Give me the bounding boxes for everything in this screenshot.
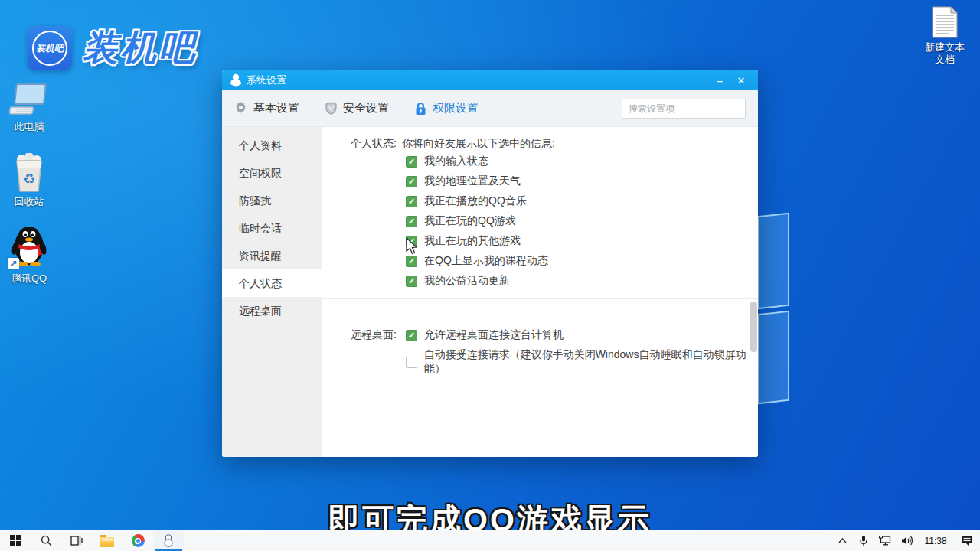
file-explorer-button[interactable] xyxy=(92,530,122,551)
section-divider xyxy=(322,298,758,299)
option-label: 我正在玩的QQ游戏 xyxy=(424,214,516,228)
chrome-icon xyxy=(132,534,145,547)
tab-basic-settings[interactable]: 基本设置 xyxy=(234,101,299,116)
tab-label: 安全设置 xyxy=(343,101,389,116)
minimize-button[interactable]: – xyxy=(709,72,730,89)
network-icon xyxy=(879,536,891,546)
remote-desktop-label: 远程桌面: xyxy=(351,328,397,342)
personal-status-label: 个人状态: xyxy=(351,137,397,151)
tab-label: 基本设置 xyxy=(253,101,299,116)
taskbar-clock[interactable]: 11:38 xyxy=(917,530,954,551)
option-qq-games: 我正在玩的QQ游戏 xyxy=(406,214,516,228)
brand-badge-ring: 装机吧 xyxy=(32,31,67,66)
windows-start-icon xyxy=(10,535,21,546)
option-typing-status: 我的输入状态 xyxy=(406,155,488,168)
checkbox-checked[interactable] xyxy=(406,330,417,341)
option-label: 我的公益活动更新 xyxy=(424,274,510,288)
settings-search-input[interactable] xyxy=(629,103,747,114)
desktop-icon-label: 此电脑 xyxy=(15,121,44,133)
sidebar-item-remote-desktop[interactable]: 远程桌面 xyxy=(222,297,322,324)
brand-badge-text: 装机吧 xyxy=(36,42,64,55)
brand-badge-icon: 装机吧 xyxy=(28,26,72,70)
checkbox-checked[interactable] xyxy=(406,196,417,207)
taskbar-search-button[interactable] xyxy=(31,530,61,551)
close-button[interactable]: ✕ xyxy=(730,72,752,89)
checkbox-checked[interactable] xyxy=(406,276,417,287)
sidebar-item-news-alerts[interactable]: 资讯提醒 xyxy=(222,242,322,269)
desktop-icon-label: 腾讯QQ xyxy=(11,272,47,285)
desktop-icon-label: 回收站 xyxy=(15,196,44,208)
checkbox-checked[interactable] xyxy=(406,216,417,227)
option-location-weather: 我的地理位置及天气 xyxy=(406,174,521,188)
tray-chevron-button[interactable] xyxy=(831,530,853,551)
desktop-icon-tencent-qq[interactable]: ↗ 腾讯QQ xyxy=(0,223,58,285)
sidebar-item-space-permissions[interactable]: 空间权限 xyxy=(222,159,322,187)
option-qq-music: 我正在播放的QQ音乐 xyxy=(406,194,527,208)
desktop-icon-this-pc[interactable]: 此电脑 xyxy=(0,83,58,133)
gear-icon xyxy=(234,102,247,115)
scrollbar-thumb[interactable] xyxy=(750,302,757,352)
chrome-button[interactable] xyxy=(122,530,153,551)
tray-volume-button[interactable] xyxy=(896,530,917,551)
file-explorer-icon xyxy=(100,537,114,547)
sidebar-item-anti-harassment[interactable]: 防骚扰 xyxy=(222,187,322,214)
personal-status-description: 你将向好友展示以下选中的信息: xyxy=(402,137,555,151)
option-label: 我正在玩的其他游戏 xyxy=(424,234,521,248)
settings-tabbar: 基本设置 安全设置 权限设置 xyxy=(222,90,758,127)
sidebar-item-temp-session[interactable]: 临时会话 xyxy=(222,214,322,242)
qq-taskbar-button[interactable] xyxy=(153,530,184,551)
task-view-button[interactable] xyxy=(61,530,92,551)
brand-logo-text: 装机吧 xyxy=(83,24,198,72)
recycle-bin-icon: ♻ xyxy=(11,153,47,193)
option-auto-accept-connection: 自动接受连接请求（建议你手动关闭Windows自动睡眠和自动锁屏功能） xyxy=(406,348,758,376)
option-label: 我的输入状态 xyxy=(424,155,488,168)
option-label: 在QQ上显示我的课程动态 xyxy=(424,254,548,268)
option-allow-remote-desktop: 允许远程桌面连接这台计算机 xyxy=(406,328,564,342)
qq-penguin-icon: ↗ xyxy=(9,223,49,269)
search-icon xyxy=(41,535,52,546)
speaker-icon xyxy=(901,536,913,546)
checkbox-checked[interactable] xyxy=(406,176,417,187)
shield-icon xyxy=(325,102,337,115)
action-center-icon xyxy=(961,535,973,546)
checkbox-checked[interactable] xyxy=(406,256,417,267)
option-label: 我正在播放的QQ音乐 xyxy=(424,194,527,208)
tray-network-button[interactable] xyxy=(874,530,896,551)
chevron-up-icon xyxy=(838,538,847,543)
tab-permission-settings[interactable]: 权限设置 xyxy=(415,101,479,116)
dialog-title: 系统设置 xyxy=(247,73,286,87)
option-course-updates: 在QQ上显示我的课程动态 xyxy=(406,254,548,268)
tray-microphone-button[interactable] xyxy=(853,530,874,551)
tab-security-settings[interactable]: 安全设置 xyxy=(325,101,389,116)
action-center-button[interactable] xyxy=(954,530,980,551)
desktop-wallpaper: 装机吧 装机吧 此电脑 ♻ 回收站 xyxy=(0,0,980,551)
text-document-icon xyxy=(932,6,958,38)
task-view-icon xyxy=(70,535,83,546)
taskbar-tray: 11:38 xyxy=(831,530,980,551)
this-pc-icon xyxy=(9,83,49,118)
microphone-icon xyxy=(859,535,868,546)
brand-logo: 装机吧 装机吧 xyxy=(28,24,198,72)
checkbox-checked[interactable] xyxy=(406,156,417,168)
settings-search-box[interactable] xyxy=(622,99,746,119)
desktop-icon-recycle-bin[interactable]: ♻ 回收站 xyxy=(0,153,58,208)
mouse-cursor xyxy=(406,237,420,256)
tab-label: 权限设置 xyxy=(433,101,479,116)
sidebar-item-profile[interactable]: 个人资料 xyxy=(222,132,322,159)
qq-titlebar-icon xyxy=(230,73,242,87)
desktop-icon-label: 新建文本文档 xyxy=(920,41,969,66)
start-button[interactable] xyxy=(0,530,31,551)
system-settings-dialog: 系统设置 – ✕ 基本设置 安全设置 xyxy=(222,70,758,457)
dialog-body: 个人资料 空间权限 防骚扰 临时会话 资讯提醒 个人状态 远程桌面 个人状态: … xyxy=(222,127,758,457)
option-label: 自动接受连接请求（建议你手动关闭Windows自动睡眠和自动锁屏功能） xyxy=(424,348,758,376)
taskbar: 11:38 xyxy=(0,530,980,551)
dialog-titlebar[interactable]: 系统设置 – ✕ xyxy=(222,70,758,90)
settings-content: 个人状态: 你将向好友展示以下选中的信息: 我的输入状态 我的地理位置及天气 我… xyxy=(322,127,758,457)
option-charity-updates: 我的公益活动更新 xyxy=(406,274,510,288)
desktop-icon-new-text-document[interactable]: 新建文本文档 xyxy=(916,6,974,66)
option-label: 我的地理位置及天气 xyxy=(424,174,521,188)
checkbox-unchecked[interactable] xyxy=(406,357,417,368)
qq-taskbar-icon xyxy=(163,534,174,547)
wallpaper-window-pane-bottom xyxy=(757,311,789,404)
sidebar-item-personal-status[interactable]: 个人状态 xyxy=(222,269,322,297)
